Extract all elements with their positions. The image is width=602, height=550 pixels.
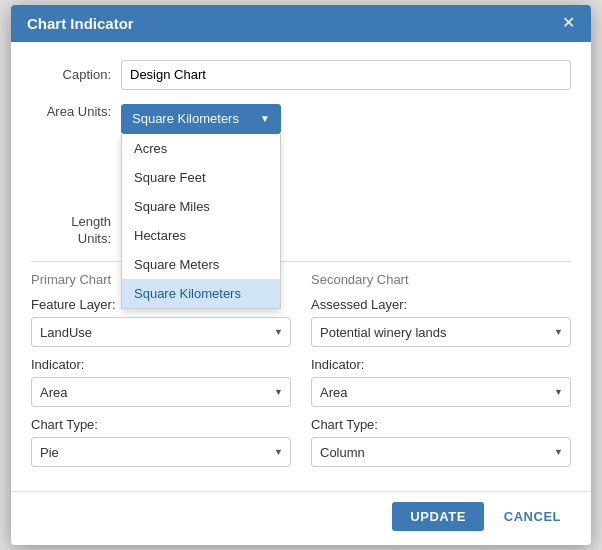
length-units-row: Length Units: [31, 214, 571, 248]
feature-layer-select[interactable]: LandUse [31, 317, 291, 347]
cancel-button[interactable]: CANCEL [494, 502, 571, 531]
feature-layer-select-wrapper: LandUse [31, 317, 291, 347]
caption-input[interactable] [121, 60, 571, 90]
caption-row: Caption: [31, 60, 571, 90]
dialog-title: Chart Indicator [27, 15, 134, 32]
secondary-chart-type-select[interactable]: Column [311, 437, 571, 467]
area-units-dropdown-list: Acres Square Feet Square Miles Hectares … [121, 134, 281, 309]
assessed-layer-select[interactable]: Potential winery lands [311, 317, 571, 347]
area-units-row: Area Units: Square Kilometers ▼ Acres Sq… [31, 104, 571, 134]
dropdown-arrow-icon: ▼ [260, 113, 270, 124]
assessed-layer-label: Assessed Layer: [311, 297, 571, 312]
area-units-selected-value: Square Kilometers [132, 111, 239, 126]
secondary-indicator-select[interactable]: Area [311, 377, 571, 407]
dropdown-option-square-feet[interactable]: Square Feet [122, 163, 280, 192]
area-units-label: Area Units: [31, 104, 121, 119]
primary-chart-type-select[interactable]: Pie [31, 437, 291, 467]
dropdown-option-hectares[interactable]: Hectares [122, 221, 280, 250]
dialog-footer: UPDATE CANCEL [11, 491, 591, 545]
secondary-indicator-label: Indicator: [311, 357, 571, 372]
close-button[interactable]: ✕ [562, 15, 575, 31]
secondary-chart-column: Secondary Chart Assessed Layer: Potentia… [311, 272, 571, 467]
area-units-dropdown-button[interactable]: Square Kilometers ▼ [121, 104, 281, 134]
primary-indicator-label: Indicator: [31, 357, 291, 372]
length-units-label: Length Units: [31, 214, 121, 248]
secondary-chart-type-label: Chart Type: [311, 417, 571, 432]
caption-label: Caption: [31, 67, 121, 82]
assessed-layer-select-wrapper: Potential winery lands [311, 317, 571, 347]
secondary-indicator-select-wrapper: Area [311, 377, 571, 407]
section-divider [31, 261, 571, 262]
secondary-chart-type-select-wrapper: Column [311, 437, 571, 467]
primary-indicator-select-wrapper: Area [31, 377, 291, 407]
dropdown-option-square-miles[interactable]: Square Miles [122, 192, 280, 221]
dropdown-option-square-kilometers[interactable]: Square Kilometers [122, 279, 280, 308]
charts-section: Primary Chart Feature Layer: LandUse Ind… [31, 272, 571, 467]
dialog-header: Chart Indicator ✕ [11, 5, 591, 42]
dropdown-option-acres[interactable]: Acres [122, 134, 280, 163]
dropdown-option-square-meters[interactable]: Square Meters [122, 250, 280, 279]
primary-indicator-select[interactable]: Area [31, 377, 291, 407]
primary-chart-type-label: Chart Type: [31, 417, 291, 432]
update-button[interactable]: UPDATE [392, 502, 483, 531]
area-units-dropdown-wrapper: Square Kilometers ▼ Acres Square Feet Sq… [121, 104, 281, 134]
dialog-body: Caption: Area Units: Square Kilometers ▼… [11, 42, 591, 482]
primary-chart-type-select-wrapper: Pie [31, 437, 291, 467]
secondary-chart-title: Secondary Chart [311, 272, 571, 287]
chart-indicator-dialog: Chart Indicator ✕ Caption: Area Units: S… [11, 5, 591, 546]
